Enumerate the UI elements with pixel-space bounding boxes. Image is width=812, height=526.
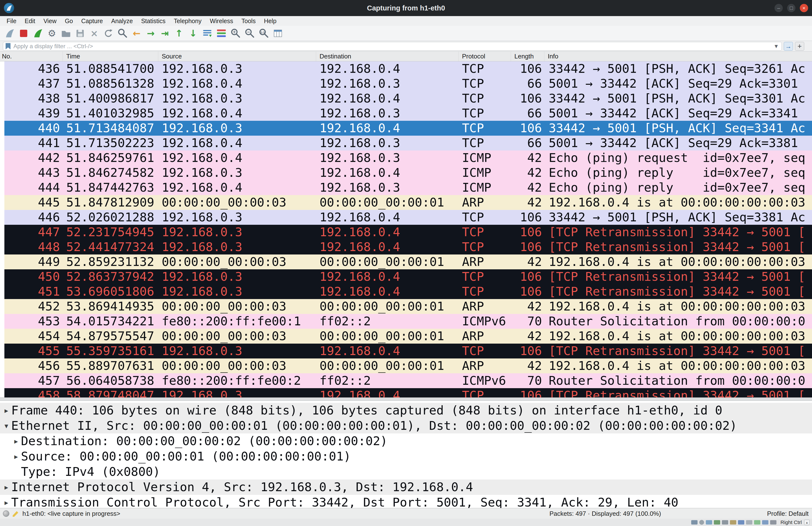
close-button[interactable]: × (800, 4, 808, 12)
packet-row[interactable]: 43951.401032985192.168.0.4192.168.0.3TCP… (0, 106, 812, 121)
filter-bookmark-icon[interactable] (5, 43, 11, 49)
packet-row[interactable]: 44351.846274582192.168.0.3192.168.0.4ICM… (0, 165, 812, 180)
open-file-icon[interactable] (59, 27, 73, 40)
packet-row[interactable]: 43751.088561328192.168.0.4192.168.0.3TCP… (0, 76, 812, 91)
detail-row[interactable]: ▸Internet Protocol Version 4, Src: 192.1… (0, 480, 812, 495)
detail-row[interactable]: Type: IPv4 (0x0800) (0, 464, 812, 480)
add-filter-button[interactable]: + (795, 42, 804, 50)
vm-recording-icon[interactable] (746, 520, 752, 525)
packet-row[interactable]: 44551.84781290900:00:00_00:00:0300:00:00… (0, 195, 812, 210)
packet-row[interactable]: 43651.088541700192.168.0.3192.168.0.4TCP… (0, 61, 812, 76)
expander-icon[interactable]: ▾ (1, 418, 11, 434)
packet-row[interactable]: 44852.441477324192.168.0.3192.168.0.4TCP… (0, 239, 812, 254)
vm-status-menu-icon[interactable] (804, 520, 810, 525)
column-header-source[interactable]: Source (158, 52, 316, 61)
go-forward-icon[interactable]: → (144, 27, 157, 40)
expert-info-icon[interactable] (3, 510, 9, 517)
vm-keyboard-icon[interactable] (770, 520, 777, 525)
apply-filter-icon[interactable] (784, 42, 793, 50)
packet-row[interactable]: 45153.696051806192.168.0.3192.168.0.4TCP… (0, 284, 812, 299)
minimize-button[interactable]: – (774, 4, 783, 12)
autoscroll-icon[interactable] (201, 27, 214, 40)
profile-text[interactable]: Profile: Default (767, 508, 809, 519)
menu-item-tools[interactable]: Tools (237, 16, 260, 26)
restart-capture-icon[interactable] (31, 27, 44, 40)
packet-row[interactable]: 45052.863737942192.168.0.3192.168.0.4TCP… (0, 269, 812, 284)
go-to-packet-icon[interactable]: ⇥ (158, 27, 172, 40)
packet-row[interactable]: 44251.846259761192.168.0.4192.168.0.3ICM… (0, 150, 812, 165)
vm-shared-folders-icon[interactable] (730, 520, 736, 525)
packet-row[interactable]: 44952.85923113200:00:00_00:00:0300:00:00… (0, 254, 812, 269)
menu-item-go[interactable]: Go (61, 16, 77, 26)
packet-destination: 192.168.0.3 (316, 106, 459, 121)
menu-item-wireless[interactable]: Wireless (205, 16, 237, 26)
packet-row[interactable]: 44752.231754945192.168.0.3192.168.0.4TCP… (0, 225, 812, 239)
column-header-protocol[interactable]: Protocol (459, 52, 511, 61)
capture-options-icon[interactable]: ⚙ (45, 27, 58, 40)
go-first-icon[interactable]: ↑ (172, 27, 186, 40)
column-header-time[interactable]: Time (63, 52, 158, 61)
start-capture-icon[interactable] (3, 27, 16, 40)
vm-cd-icon[interactable] (699, 520, 704, 525)
colorize-icon[interactable] (215, 27, 228, 40)
packet-row[interactable]: 45858.879748047192.168.0.3192.168.0.4TCP… (0, 388, 812, 397)
packet-protocol: TCP (459, 61, 511, 76)
expander-icon[interactable]: ▸ (11, 434, 21, 449)
packet-row[interactable]: 45253.86941493500:00:00_00:00:0300:00:00… (0, 299, 812, 314)
vm-network-icon[interactable] (714, 520, 720, 525)
stop-capture-icon[interactable] (17, 27, 30, 40)
packet-row[interactable]: 43851.400986817192.168.0.3192.168.0.4TCP… (0, 91, 812, 106)
detail-row[interactable]: ▸Source: 00:00:00_00:00:01 (00:00:00:00:… (0, 449, 812, 464)
menu-item-edit[interactable]: Edit (20, 16, 39, 26)
menu-item-file[interactable]: File (2, 16, 20, 26)
menu-item-capture[interactable]: Capture (77, 16, 107, 26)
reload-icon[interactable] (102, 27, 115, 40)
menu-item-analyze[interactable]: Analyze (107, 16, 137, 26)
vm-features-icon[interactable] (754, 520, 760, 525)
go-back-icon[interactable]: ← (130, 27, 143, 40)
packet-row[interactable]: 45454.87957554700:00:00_00:00:0300:00:00… (0, 329, 812, 344)
column-header-no[interactable]: No. (0, 52, 63, 61)
vm-mouse-icon[interactable] (762, 520, 768, 525)
column-header-length[interactable]: Length (511, 52, 544, 61)
packet-row[interactable]: 44051.713484087192.168.0.3192.168.0.4TCP… (0, 121, 812, 136)
find-packet-icon[interactable] (116, 27, 129, 40)
filter-history-chevron-icon[interactable] (771, 42, 782, 50)
menu-item-telephony[interactable]: Telephony (170, 16, 205, 26)
display-filter-input[interactable] (13, 43, 771, 50)
menu-item-statistics[interactable]: Statistics (137, 16, 170, 26)
zoom-reset-icon[interactable]: 1:1 (257, 27, 270, 40)
column-header-destination[interactable]: Destination (316, 52, 459, 61)
go-last-icon[interactable]: ↓ (187, 27, 200, 40)
detail-row[interactable]: ▾Ethernet II, Src: 00:00:00_00:00:01 (00… (0, 418, 812, 434)
zoom-out-icon[interactable]: − (243, 27, 256, 40)
packet-row[interactable]: 45655.88970763100:00:00_00:00:0300:00:00… (0, 359, 812, 373)
resize-columns-icon[interactable] (271, 27, 285, 40)
packet-row[interactable]: 44652.026021288192.168.0.3192.168.0.4TCP… (0, 210, 812, 225)
save-file-icon[interactable] (74, 27, 87, 40)
detail-row[interactable]: ▸Destination: 00:00:00_00:00:02 (00:00:0… (0, 434, 812, 449)
expander-icon[interactable]: ▸ (1, 403, 11, 418)
packet-row[interactable]: 44451.847442763192.168.0.4192.168.0.3ICM… (0, 180, 812, 195)
detail-row[interactable]: ▸Transmission Control Protocol, Src Port… (0, 495, 812, 508)
packet-row[interactable]: 45354.015734221fe80::200:ff:fe00:1ff02::… (0, 314, 812, 329)
packet-row[interactable]: 44151.713502223192.168.0.4192.168.0.3TCP… (0, 136, 812, 150)
capture-comment-icon[interactable] (13, 510, 19, 517)
vm-display-icon[interactable] (738, 520, 744, 525)
detail-row[interactable]: ▸Frame 440: 106 bytes on wire (848 bits)… (0, 403, 812, 418)
expander-icon[interactable]: ▸ (1, 495, 11, 508)
expander-icon[interactable]: ▸ (1, 480, 11, 495)
maximize-button[interactable]: □ (787, 4, 795, 12)
pane-splitter[interactable] (0, 397, 812, 401)
column-header-info[interactable]: Info (544, 52, 812, 61)
menu-item-view[interactable]: View (39, 16, 61, 26)
vm-audio-icon[interactable] (706, 520, 712, 525)
expander-icon[interactable]: ▸ (11, 449, 21, 464)
packet-row[interactable]: 45756.064058738fe80::200:ff:fe00:2ff02::… (0, 373, 812, 388)
vm-usb-icon[interactable] (722, 520, 728, 525)
vm-hdd-icon[interactable] (691, 520, 697, 525)
close-file-icon[interactable]: × (88, 27, 101, 40)
menu-item-help[interactable]: Help (260, 16, 280, 26)
zoom-in-icon[interactable]: + (229, 27, 242, 40)
packet-row[interactable]: 45555.359735161192.168.0.3192.168.0.4TCP… (0, 344, 812, 359)
